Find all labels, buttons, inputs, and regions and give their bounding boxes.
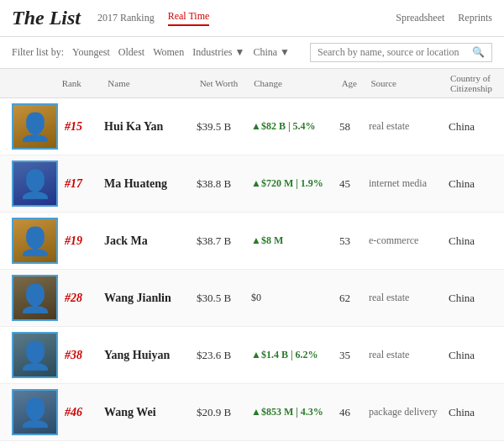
person-change: ▲$720 M | 1.9% [251, 177, 339, 190]
person-source: real estate [369, 349, 449, 361]
person-country: China [449, 292, 492, 305]
person-networth: $39.5 B [197, 120, 251, 134]
filter-china[interactable]: China ▼ [253, 46, 290, 59]
filter-oldest[interactable]: Oldest [118, 46, 144, 59]
person-source: internet media [369, 177, 449, 190]
person-change: $0 [251, 292, 339, 304]
person-rank: #15 [58, 120, 104, 134]
person-age: 58 [339, 120, 369, 134]
col-header-networth: Net Worth [200, 78, 255, 88]
person-age: 62 [339, 292, 369, 305]
header: The List 2017 Ranking Real Time Spreadsh… [0, 0, 504, 37]
table-row[interactable]: 👤 #15 Hui Ka Yan $39.5 B ▲$82 B | 5.4% 5… [0, 98, 504, 155]
col-header-name: Name [108, 78, 199, 88]
person-networth: $23.6 B [197, 349, 251, 362]
person-age: 45 [339, 177, 369, 191]
person-change: ▲$1.4 B | 6.2% [251, 349, 339, 361]
person-country: China [449, 177, 492, 191]
person-name: Yang Huiyan [104, 349, 197, 362]
filter-women[interactable]: Women [153, 46, 184, 59]
person-networth: $38.8 B [197, 177, 251, 191]
filter-label: Filter list by: [12, 46, 64, 59]
person-country: China [449, 120, 492, 134]
person-rank: #46 [58, 406, 104, 419]
person-avatar: 👤 [12, 103, 58, 150]
person-avatar: 👤 [12, 332, 58, 378]
person-avatar: 👤 [12, 275, 58, 321]
person-age: 53 [339, 234, 369, 248]
col-header-rank: Rank [62, 78, 108, 88]
table-row[interactable]: 👤 #28 Wang Jianlin $30.5 B $0 62 real es… [0, 270, 504, 327]
person-name: Hui Ka Yan [104, 120, 197, 134]
person-name: Wang Wei [104, 406, 197, 419]
person-source: e-commerce [369, 234, 449, 247]
person-name: Wang Jianlin [104, 292, 197, 305]
table-row[interactable]: 👤 #19 Jack Ma $38.7 B ▲$8 M 53 e-commerc… [0, 213, 504, 270]
person-country: China [449, 406, 492, 419]
table-row[interactable]: 👤 #46 Wang Wei $20.9 B ▲$853 M | 4.3% 46… [0, 384, 504, 441]
col-header-change: Change [254, 78, 341, 88]
person-rank: #17 [58, 177, 104, 191]
person-rank: #38 [58, 349, 104, 362]
person-name: Jack Ma [104, 234, 197, 248]
table-body: 👤 #15 Hui Ka Yan $39.5 B ▲$82 B | 5.4% 5… [0, 98, 504, 442]
filter-youngest[interactable]: Youngest [72, 46, 110, 59]
person-age: 35 [339, 349, 369, 362]
person-rank: #19 [58, 234, 104, 248]
person-avatar: 👤 [12, 160, 58, 207]
person-source: real estate [369, 120, 449, 133]
tab-real-time[interactable]: Real Time [168, 10, 210, 26]
person-source: real estate [369, 292, 449, 304]
col-header-age: Age [342, 78, 371, 88]
table-row[interactable]: 👤 #38 Yang Huiyan $23.6 B ▲$1.4 B | 6.2%… [0, 327, 504, 384]
person-country: China [449, 234, 492, 248]
person-source: package delivery [369, 406, 449, 418]
search-box[interactable]: 🔍 [310, 43, 492, 62]
search-input[interactable] [318, 46, 469, 59]
person-change: ▲$82 B | 5.4% [251, 120, 339, 133]
person-name: Ma Huateng [104, 177, 197, 191]
tab-2017-ranking[interactable]: 2017 Ranking [97, 12, 155, 24]
table-header: Rank Name Net Worth Change Age Source Co… [0, 69, 504, 98]
person-country: China [449, 349, 492, 362]
filter-industries[interactable]: Industries ▼ [192, 46, 244, 59]
col-header-country: Country of Citizenship [450, 73, 492, 93]
person-networth: $30.5 B [197, 292, 251, 305]
person-change: ▲$8 M [251, 234, 339, 247]
filter-bar: Filter list by: Youngest Oldest Women In… [0, 37, 504, 69]
reprints-link[interactable]: Reprints [458, 12, 492, 24]
person-avatar: 👤 [12, 218, 58, 264]
person-networth: $20.9 B [197, 406, 251, 419]
search-icon: 🔍 [472, 46, 485, 59]
page-title: The List [12, 7, 81, 29]
person-age: 46 [339, 406, 369, 419]
person-change: ▲$853 M | 4.3% [251, 406, 339, 418]
person-avatar: 👤 [12, 389, 58, 435]
person-rank: #28 [58, 292, 104, 305]
person-networth: $38.7 B [197, 234, 251, 248]
table-row[interactable]: 👤 #17 Ma Huateng $38.8 B ▲$720 M | 1.9% … [0, 155, 504, 213]
col-header-source: Source [370, 78, 449, 88]
spreadsheet-link[interactable]: Spreadsheet [396, 12, 444, 24]
